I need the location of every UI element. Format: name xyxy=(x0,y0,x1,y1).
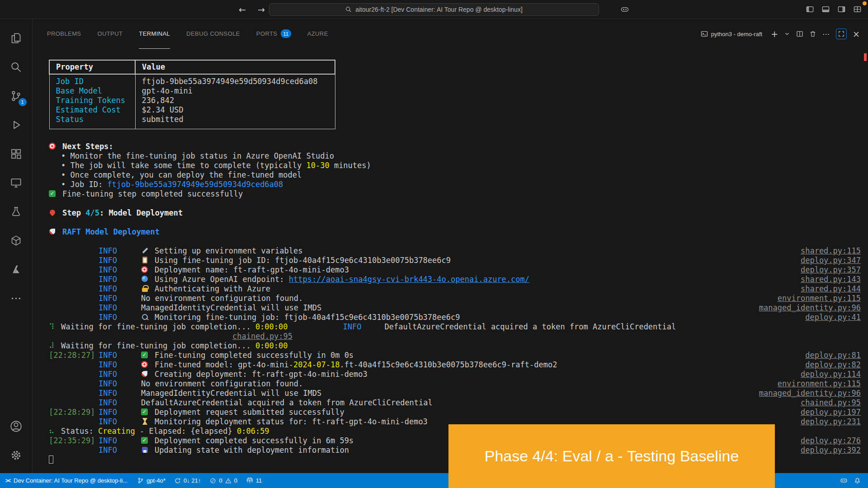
accounts-button[interactable] xyxy=(0,412,33,441)
target-icon xyxy=(141,361,149,368)
sidebar-item-testing[interactable] xyxy=(0,197,33,226)
terminal[interactable]: Property Value Job IDftjob-9bbe55a397494… xyxy=(33,49,868,473)
forward-button[interactable]: → xyxy=(258,0,265,19)
magnifier-icon xyxy=(141,314,149,321)
text-segment: Job ID: xyxy=(70,180,107,189)
file-link[interactable]: deploy.py:231 xyxy=(801,417,861,427)
text-segment: Deployment name: ft-raft-gpt-4o-mini-dem… xyxy=(155,265,349,274)
sync-item[interactable]: 0↓ 21↑ xyxy=(170,473,205,488)
file-link[interactable]: managed_identity.py:96 xyxy=(759,303,861,313)
text-segment: - Elapsed: {elapsed} xyxy=(135,427,237,436)
branch-item[interactable]: gpt-4o* xyxy=(133,473,170,488)
table-row: Base Modelgpt-4o-mini xyxy=(49,86,335,96)
file-link[interactable]: deploy.py:276 xyxy=(801,436,861,446)
terminal-dropdown-chevron[interactable] xyxy=(784,31,790,37)
sidebar-item-search[interactable] xyxy=(0,52,33,81)
sidebar-item-source-control[interactable]: 1 xyxy=(0,81,33,110)
file-link[interactable]: managed_identity.py:96 xyxy=(759,389,861,398)
tab-problems[interactable]: PROBLEMS xyxy=(47,19,81,49)
sidebar-item-more[interactable] xyxy=(0,284,33,313)
back-button[interactable]: ← xyxy=(239,0,246,19)
log-line: INFOMonitoring fine-tuning job: ftjob-40… xyxy=(49,313,861,322)
log-message: Creating deployment: ft-raft-gpt-4o-mini… xyxy=(141,370,801,379)
log-message: Using Azure OpenAI endpoint: https://aoa… xyxy=(141,275,801,284)
log-line: INFONo environment configuration found.e… xyxy=(49,294,861,303)
account-icon xyxy=(10,420,22,432)
command-center[interactable]: aitour26-ft-2 [Dev Container: AI Tour Re… xyxy=(269,3,599,16)
maximize-panel-button[interactable] xyxy=(836,28,847,39)
terminal-line: • Monitor the fine-tuning job status in … xyxy=(49,151,861,161)
remote-label: Dev Container: AI Tour Repo @ desktop-li… xyxy=(14,477,127,484)
toggle-panel-icon[interactable] xyxy=(821,5,830,14)
sidebar-item-remote-explorer[interactable] xyxy=(0,168,33,197)
text-segment: Setting up environment variables xyxy=(155,246,303,255)
file-link[interactable]: chained.py:95 xyxy=(232,332,292,341)
settings-button[interactable] xyxy=(0,441,33,469)
spinner-line: ⠼Waiting for fine-tuning job completion.… xyxy=(49,341,861,351)
file-link[interactable]: deploy.py:392 xyxy=(801,446,861,455)
problems-item[interactable]: 0 0 xyxy=(205,473,241,488)
sidebar-item-azure[interactable] xyxy=(0,255,33,284)
tab-output[interactable]: OUTPUT xyxy=(97,19,123,49)
log-line: INFOCreating deployment: ft-raft-gpt-4o-… xyxy=(49,370,861,379)
tab-label: PROBLEMS xyxy=(47,30,81,37)
file-link[interactable]: shared.py:143 xyxy=(801,275,861,284)
log-level: INFO xyxy=(99,351,141,360)
text-segment: Creating deployment: ft-raft-gpt-4o-mini… xyxy=(155,370,368,379)
copilot-icon[interactable] xyxy=(620,5,629,14)
sidebar-item-explorer[interactable] xyxy=(0,23,33,52)
file-link[interactable]: deploy.py:82 xyxy=(805,360,861,370)
sidebar-item-dev-containers[interactable] xyxy=(0,226,33,255)
log-message: Using fine-tuning job ID: ftjob-40a4f15c… xyxy=(141,256,801,265)
table-cell-value: submitted xyxy=(135,115,335,129)
gear-icon xyxy=(10,449,22,461)
sidebar-item-run-debug[interactable] xyxy=(0,110,33,139)
split-terminal-button[interactable] xyxy=(796,30,803,38)
ports-item[interactable]: 11 xyxy=(242,473,267,488)
tab-terminal[interactable]: TERMINAL xyxy=(139,19,170,49)
sidebar-item-extensions[interactable] xyxy=(0,139,33,168)
close-panel-button[interactable]: × xyxy=(853,30,860,38)
log-level: INFO xyxy=(99,246,141,256)
log-level: INFO xyxy=(99,417,141,427)
file-link[interactable]: deploy.py:114 xyxy=(801,370,861,379)
tab-label: PORTS xyxy=(256,30,278,37)
endpoint-link[interactable]: https://aoai-sna4gsy-cvi-brk443-4o.opena… xyxy=(289,275,529,284)
text-segment: The job will take some time to complete … xyxy=(70,161,306,170)
customize-layout-icon[interactable] xyxy=(853,5,862,14)
tab-debug-console[interactable]: DEBUG CONSOLE xyxy=(186,19,240,49)
log-level: INFO xyxy=(99,313,141,322)
phase-overlay: Phase 4/4: Eval / a - Testing Baseline xyxy=(448,424,775,488)
check-icon xyxy=(141,352,149,359)
kill-terminal-button[interactable] xyxy=(809,30,816,38)
file-link[interactable]: environment.py:115 xyxy=(778,294,861,303)
new-terminal-button[interactable]: + xyxy=(771,30,778,38)
spinner-icon: ⠼ xyxy=(49,341,61,351)
tab-ports[interactable]: PORTS11 xyxy=(256,19,291,49)
terminal-title[interactable]: python3 - demo-raft xyxy=(701,30,762,38)
ports-count: 11 xyxy=(256,477,262,484)
container-icon xyxy=(10,235,22,247)
terminal-blank-line xyxy=(49,199,861,208)
target-icon xyxy=(49,143,57,150)
sync-icon xyxy=(175,478,181,484)
log-message: No environment configuration found. xyxy=(141,379,778,389)
file-link[interactable]: deploy.py:357 xyxy=(801,265,861,275)
bell-icon[interactable] xyxy=(854,477,861,484)
toggle-sidebar-right-icon[interactable] xyxy=(837,5,846,14)
terminal-more-actions[interactable]: ⋯ xyxy=(822,30,830,38)
copilot-status-icon[interactable] xyxy=(840,477,848,484)
file-link[interactable]: shared.py:115 xyxy=(801,246,861,256)
log-line: INFOUsing Azure OpenAI endpoint: https:/… xyxy=(49,275,861,284)
file-link[interactable]: shared.py:144 xyxy=(801,284,861,294)
file-link[interactable]: chained.py:95 xyxy=(801,398,861,408)
file-link[interactable]: environment.py:115 xyxy=(778,379,861,389)
remote-indicator[interactable]: >< Dev Container: AI Tour Repo @ desktop… xyxy=(0,473,133,488)
file-link[interactable]: deploy.py:197 xyxy=(801,408,861,417)
toggle-sidebar-left-icon[interactable] xyxy=(806,5,814,14)
file-link[interactable]: deploy.py:41 xyxy=(805,313,861,322)
terminal-line: Step 4/5: Model Deployment xyxy=(49,208,861,218)
tab-azure[interactable]: AZURE xyxy=(307,19,328,49)
file-link[interactable]: deploy.py:347 xyxy=(801,256,861,265)
file-link[interactable]: deploy.py:81 xyxy=(805,351,861,360)
